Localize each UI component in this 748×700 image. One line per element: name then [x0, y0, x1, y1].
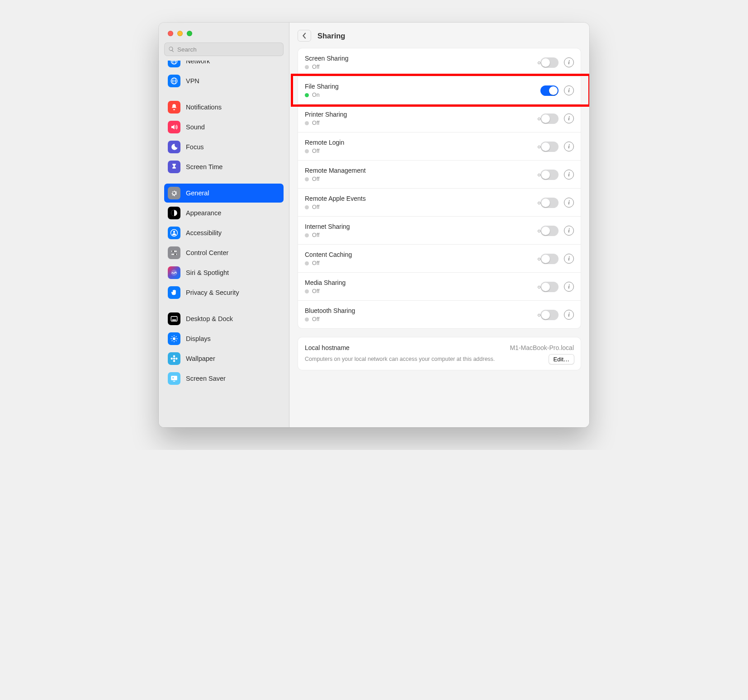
window-controls — [159, 23, 289, 41]
svg-point-31 — [172, 377, 174, 378]
svg-rect-10 — [171, 254, 177, 255]
content-header: Sharing — [289, 23, 589, 48]
sharing-row-remote-management: Remote ManagementOffi — [298, 160, 581, 188]
service-title: Remote Management — [305, 167, 540, 174]
sidebar-item-vpn[interactable]: VPN — [164, 71, 284, 90]
contrast-icon — [168, 207, 180, 219]
sidebar-item-label: Screen Saver — [186, 375, 226, 382]
toggle-switch[interactable] — [540, 254, 559, 264]
service-title: Content Caching — [305, 251, 540, 258]
globe-grid-icon — [168, 75, 180, 87]
sidebar-item-wallpaper[interactable]: Wallpaper — [164, 349, 284, 368]
service-status: Off — [312, 288, 319, 294]
sidebar-item-label: Screen Time — [186, 163, 223, 170]
svg-point-12 — [174, 254, 176, 255]
page-title: Sharing — [317, 32, 345, 40]
toggle-switch[interactable] — [540, 226, 559, 236]
sidebar-item-notifications[interactable]: Notifications — [164, 98, 284, 117]
info-button[interactable]: i — [564, 198, 574, 208]
info-button[interactable]: i — [564, 282, 574, 292]
service-title: Internet Sharing — [305, 223, 540, 230]
sun-icon — [168, 332, 180, 345]
toggle-switch[interactable] — [540, 57, 559, 68]
info-button[interactable]: i — [564, 142, 574, 151]
sharing-row-remote-apple-events: Remote Apple EventsOffi — [298, 188, 581, 216]
svg-point-25 — [173, 358, 175, 360]
service-title: Printer Sharing — [305, 111, 540, 118]
service-status: Off — [312, 260, 319, 266]
sharing-row-remote-login: Remote LoginOffi — [298, 132, 581, 160]
sidebar-item-privacy-security[interactable]: Privacy & Security — [164, 283, 284, 302]
sharing-row-content-caching: Content CachingOffi — [298, 244, 581, 272]
zoom-window-button[interactable] — [187, 31, 192, 36]
sidebar-item-control-center[interactable]: Control Center — [164, 243, 284, 262]
toggle-switch[interactable] — [540, 114, 559, 124]
sidebar-item-label: General — [186, 189, 209, 197]
info-button[interactable]: i — [564, 226, 574, 236]
sidebar-item-label: Appearance — [186, 209, 221, 217]
service-status: Off — [312, 120, 319, 126]
sidebar-item-screen-saver[interactable]: Screen Saver — [164, 369, 284, 388]
toggle-switch[interactable] — [540, 85, 559, 96]
service-title: Remote Login — [305, 139, 540, 146]
search-input[interactable]: Search — [164, 43, 284, 56]
toggle-switch[interactable] — [540, 310, 559, 320]
sidebar-item-screen-time[interactable]: Screen Time — [164, 157, 284, 176]
edit-hostname-button[interactable]: Edit… — [549, 354, 574, 364]
sidebar-item-siri-spotlight[interactable]: Siri & Spotlight — [164, 263, 284, 282]
toggle-switch[interactable] — [540, 198, 559, 208]
chevron-left-icon — [302, 33, 307, 39]
status-indicator-icon — [305, 149, 309, 153]
sidebar-item-label: Accessibility — [186, 229, 222, 236]
sidebar-item-accessibility[interactable]: Accessibility — [164, 223, 284, 242]
service-status: Off — [312, 316, 319, 322]
sidebar-item-desktop-dock[interactable]: Desktop & Dock — [164, 309, 284, 328]
sharing-row-file-sharing: File SharingOni — [298, 76, 581, 104]
flower-icon — [168, 352, 180, 365]
sidebar-item-label: Focus — [186, 143, 204, 151]
back-button[interactable] — [298, 30, 311, 42]
sidebar-item-focus[interactable]: Focus — [164, 137, 284, 156]
svg-point-26 — [173, 355, 175, 358]
content-pane: Sharing Screen SharingOffiFile SharingOn… — [289, 23, 589, 427]
hostname-label: Local hostname — [305, 344, 350, 351]
toggle-switch[interactable] — [540, 170, 559, 180]
person-icon — [168, 227, 180, 239]
svg-point-27 — [173, 360, 175, 362]
sidebar-item-label: Notifications — [186, 104, 222, 111]
status-indicator-icon — [305, 205, 309, 209]
sidebar-item-label: Network — [186, 61, 210, 65]
info-button[interactable]: i — [564, 85, 574, 95]
sidebar-item-label: Control Center — [186, 249, 228, 256]
sidebar-item-label: Siri & Spotlight — [186, 269, 229, 276]
info-button[interactable]: i — [564, 310, 574, 320]
service-title: Screen Sharing — [305, 55, 540, 62]
minimize-window-button[interactable] — [177, 31, 183, 36]
info-button[interactable]: i — [564, 57, 574, 67]
sidebar-item-network[interactable]: Network — [164, 61, 284, 71]
info-button[interactable]: i — [564, 170, 574, 180]
info-button[interactable]: i — [564, 254, 574, 264]
service-status: Off — [312, 148, 319, 154]
status-indicator-icon — [305, 233, 309, 237]
sidebar-item-displays[interactable]: Displays — [164, 329, 284, 348]
close-window-button[interactable] — [168, 31, 173, 36]
sharing-row-media-sharing: Media SharingOffi — [298, 272, 581, 300]
sidebar: Search NetworkVPNNotificationsSoundFocus… — [159, 23, 289, 427]
status-indicator-icon — [305, 261, 309, 265]
status-indicator-icon — [305, 65, 309, 69]
service-title: Media Sharing — [305, 279, 540, 286]
service-status: Off — [312, 232, 319, 238]
sidebar-item-general[interactable]: General — [164, 184, 284, 203]
service-status: Off — [312, 204, 319, 210]
status-indicator-icon — [305, 289, 309, 293]
sidebar-item-sound[interactable]: Sound — [164, 118, 284, 137]
info-button[interactable]: i — [564, 114, 574, 123]
sidebar-item-appearance[interactable]: Appearance — [164, 203, 284, 222]
content-scroll[interactable]: Screen SharingOffiFile SharingOniPrinter… — [289, 48, 589, 427]
toggle-switch[interactable] — [540, 142, 559, 152]
toggle-switch[interactable] — [540, 282, 559, 292]
gear-icon — [168, 187, 180, 199]
search-icon — [168, 46, 175, 52]
moon-icon — [168, 141, 180, 153]
